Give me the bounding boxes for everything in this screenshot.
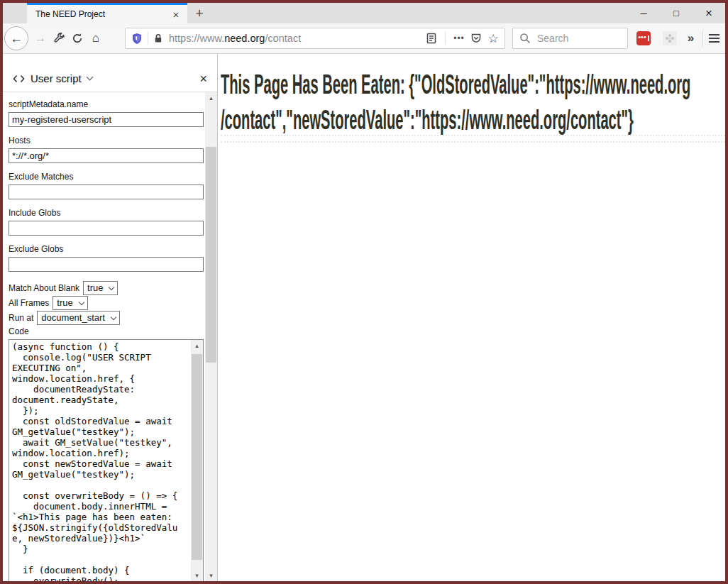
window-minimize-button[interactable]: ─ xyxy=(627,3,660,23)
tools-wrench-button[interactable] xyxy=(50,28,68,48)
include-globs-input[interactable] xyxy=(9,221,204,236)
tab-the-need-project[interactable]: The NEED Project × xyxy=(27,3,187,23)
match-about-blank-select[interactable]: true xyxy=(83,281,118,295)
hamburger-icon xyxy=(709,34,719,35)
sidebar-title: User script xyxy=(31,72,82,84)
code-scrollbar-thumb[interactable] xyxy=(192,354,202,560)
scroll-down-icon[interactable]: ▾ xyxy=(191,570,203,581)
run-at-label: Run at xyxy=(9,313,33,323)
chevron-down-icon xyxy=(111,314,116,319)
window-close-button[interactable]: × xyxy=(693,3,725,23)
page-content: This Page Has Been Eaten: {"OldStoredVal… xyxy=(218,54,725,581)
toolbar-separator xyxy=(702,31,702,46)
hosts-input[interactable] xyxy=(9,148,204,163)
new-tab-button[interactable]: + xyxy=(187,3,211,23)
window-maximize-button[interactable]: □ xyxy=(660,3,693,23)
navigation-toolbar: ← → ⌂ https://www.need.org/contact xyxy=(3,23,725,54)
reload-icon xyxy=(72,33,83,44)
code-editor-scrollbar[interactable]: ▴ ▾ xyxy=(191,340,203,581)
url-scheme: https://www. xyxy=(169,33,224,44)
bookmark-star-icon[interactable]: ☆ xyxy=(485,29,502,48)
titlebar-drag-space xyxy=(3,3,27,23)
pocket-button[interactable] xyxy=(468,29,485,48)
tracking-protection-shield-icon[interactable] xyxy=(131,33,143,45)
urlbar-divider-2 xyxy=(445,32,446,45)
run-at-select[interactable]: document_start xyxy=(37,311,120,325)
all-frames-value: true xyxy=(57,297,72,308)
exclude-matches-label: Exclude Matches xyxy=(9,172,204,182)
sidebar-scrollbar[interactable]: ▴ ▾ xyxy=(205,92,217,581)
sidebar-form: scriptMetadata.name Hosts Exclude Matche… xyxy=(3,92,217,581)
all-frames-label: All Frames xyxy=(9,298,49,308)
search-bar[interactable]: Search xyxy=(512,28,628,49)
app-menu-button[interactable] xyxy=(708,28,721,48)
all-frames-select[interactable]: true xyxy=(53,296,87,310)
sidebar-close-button[interactable]: × xyxy=(199,72,207,85)
forward-button[interactable]: → xyxy=(31,28,50,48)
code-icon xyxy=(13,74,25,84)
reader-view-button[interactable] xyxy=(423,29,440,48)
wrench-icon xyxy=(53,33,65,44)
exclude-globs-input[interactable] xyxy=(9,257,204,272)
lock-icon[interactable] xyxy=(153,33,163,44)
content-area: User script × scriptMetadata.name Hosts … xyxy=(3,54,725,581)
exclude-matches-input[interactable] xyxy=(9,184,204,199)
lastpass-dots: ••• xyxy=(638,33,646,41)
hosts-label: Hosts xyxy=(9,136,204,146)
titlebar-spacer xyxy=(211,3,627,23)
scroll-down-icon[interactable]: ▾ xyxy=(205,570,217,581)
back-button[interactable]: ← xyxy=(4,26,28,50)
chevron-down-icon xyxy=(109,284,114,290)
page-actions-button[interactable]: ••• xyxy=(451,29,468,48)
include-globs-label: Include Globs xyxy=(9,208,204,219)
sidebar-header: User script × xyxy=(3,54,217,92)
search-icon xyxy=(519,33,531,44)
url-bar[interactable]: https://www.need.org/contact ••• ☆ xyxy=(125,28,505,49)
urlbar-divider xyxy=(148,32,148,45)
lastpass-extension-icon[interactable]: ••• xyxy=(636,31,651,45)
url-path: /contact xyxy=(265,33,301,44)
disabled-extension-icon[interactable] xyxy=(663,31,677,45)
scroll-up-icon[interactable]: ▴ xyxy=(205,92,217,104)
userscript-sidebar: User script × scriptMetadata.name Hosts … xyxy=(3,54,218,581)
tab-title: The NEED Project xyxy=(35,9,169,19)
home-button[interactable]: ⌂ xyxy=(87,28,105,48)
search-placeholder: Search xyxy=(537,33,568,44)
exclude-globs-label: Exclude Globs xyxy=(9,244,204,255)
tab-close-icon[interactable]: × xyxy=(169,7,183,21)
code-editor-text: (async function () { console.log("USER S… xyxy=(12,341,189,581)
tab-strip: The NEED Project × + ─ □ × xyxy=(3,3,725,23)
run-at-value: document_start xyxy=(41,312,105,323)
chevron-down-icon[interactable] xyxy=(86,74,93,81)
match-about-blank-label: Match About Blank xyxy=(9,283,79,293)
url-domain: need.org xyxy=(224,33,265,44)
chevron-down-icon xyxy=(79,299,84,304)
overflow-menu-button[interactable]: » xyxy=(684,31,696,45)
browser-window: The NEED Project × + ─ □ × ← → ⌂ xyxy=(0,0,728,584)
match-about-blank-value: true xyxy=(87,282,103,293)
name-label: scriptMetadata.name xyxy=(9,99,204,110)
code-label: Code xyxy=(9,326,204,337)
sidebar-scrollbar-thumb[interactable] xyxy=(206,147,216,363)
code-editor[interactable]: (async function () { console.log("USER S… xyxy=(9,339,204,581)
name-input[interactable] xyxy=(9,112,204,127)
scroll-up-icon[interactable]: ▴ xyxy=(191,340,203,351)
url-text[interactable]: https://www.need.org/contact xyxy=(169,33,423,44)
page-heading: This Page Has Been Eaten: {"OldStoredVal… xyxy=(221,67,725,138)
dotted-divider xyxy=(221,141,725,143)
reload-button[interactable] xyxy=(68,28,87,48)
lastpass-bar xyxy=(648,35,649,41)
